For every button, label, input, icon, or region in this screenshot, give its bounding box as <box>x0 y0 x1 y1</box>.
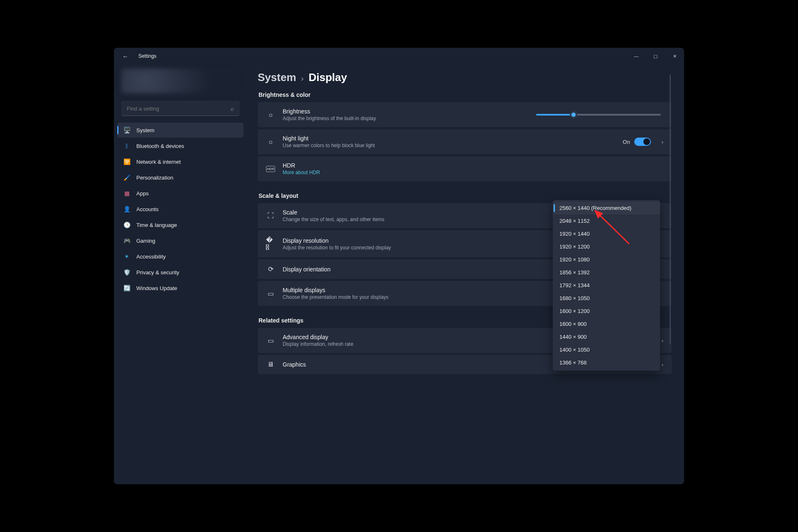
nav-label: Privacy & security <box>136 269 179 276</box>
section-scale-layout: Scale & layout <box>259 192 672 199</box>
nav-icon: 🛡️ <box>123 268 131 276</box>
resolution-icon: �〿 <box>266 236 275 251</box>
sidebar-item-system[interactable]: 🖥️System <box>117 123 244 138</box>
app-title: Settings <box>138 53 156 59</box>
resolution-option[interactable]: 1600 × 1200 <box>553 305 660 318</box>
night-light-toggle[interactable] <box>634 138 651 146</box>
night-light-card[interactable]: ☼ Night light Use warmer colors to help … <box>258 129 672 155</box>
graphics-icon: 🖥 <box>266 361 275 368</box>
nav-label: System <box>136 127 154 133</box>
nav-label: Network & internet <box>136 159 181 165</box>
chevron-right-icon[interactable]: › <box>658 139 663 145</box>
sidebar-item-privacy-security[interactable]: 🛡️Privacy & security <box>117 265 244 280</box>
maximize-button[interactable]: ▢ <box>646 49 665 63</box>
resolution-option[interactable]: 2048 × 1152 <box>553 214 660 227</box>
resolution-option[interactable]: 1400 × 1050 <box>553 343 660 356</box>
sidebar-item-network-internet[interactable]: 🛜Network & internet <box>117 154 244 169</box>
resolution-option[interactable]: 1792 × 1344 <box>553 279 660 292</box>
resolution-dropdown[interactable]: 2560 × 1440 (Recommended)2048 × 11521920… <box>553 200 660 371</box>
nav-icon: ✶ <box>123 253 131 260</box>
nav-icon: ᛒ <box>123 142 131 150</box>
night-light-icon: ☼ <box>266 138 275 145</box>
titlebar: ← Settings — ▢ ✕ <box>114 48 684 64</box>
hdr-icon: HDR <box>266 166 275 172</box>
resolution-option[interactable]: 1920 × 1440 <box>553 227 660 240</box>
resolution-option[interactable]: 1600 × 900 <box>553 318 660 330</box>
nav-label: Accessibility <box>136 254 166 260</box>
settings-window: ← Settings — ▢ ✕ ⌕ 🖥️SystemᛒBluetooth & … <box>114 48 684 484</box>
nav-label: Windows Update <box>136 285 177 291</box>
nav-list: 🖥️SystemᛒBluetooth & devices🛜Network & i… <box>117 123 244 296</box>
search-box[interactable]: ⌕ <box>121 101 239 116</box>
close-button[interactable]: ✕ <box>665 49 684 63</box>
brightness-slider[interactable] <box>536 114 661 116</box>
orientation-icon: ⟳ <box>266 265 275 273</box>
hdr-card[interactable]: HDR HDR More about HDR <box>258 156 672 182</box>
hdr-title: HDR <box>283 162 663 169</box>
nav-icon: ▦ <box>123 190 131 197</box>
resolution-option[interactable]: 1440 × 900 <box>553 330 660 343</box>
breadcrumb: System › Display <box>258 71 672 84</box>
nav-icon: 🖌️ <box>123 174 131 181</box>
sidebar-item-time-language[interactable]: 🕒Time & language <box>117 217 244 232</box>
hdr-link[interactable]: More about HDR <box>283 170 320 175</box>
brightness-subtitle: Adjust the brightness of the built-in di… <box>283 116 529 121</box>
resolution-option[interactable]: 1366 × 768 <box>553 356 660 369</box>
resolution-option[interactable]: 1680 × 1050 <box>553 292 660 305</box>
back-button[interactable]: ← <box>118 51 133 62</box>
sidebar-item-windows-update[interactable]: 🔄Windows Update <box>117 281 244 296</box>
search-icon: ⌕ <box>231 106 234 112</box>
sidebar-item-bluetooth-devices[interactable]: ᛒBluetooth & devices <box>117 138 244 153</box>
nav-label: Gaming <box>136 238 155 244</box>
slider-thumb[interactable] <box>570 111 577 118</box>
minimize-button[interactable]: — <box>627 49 646 63</box>
scrollbar[interactable] <box>670 74 671 345</box>
resolution-option[interactable]: 2560 × 1440 (Recommended) <box>553 202 660 214</box>
nav-icon: 🔄 <box>123 284 131 292</box>
breadcrumb-current: Display <box>309 71 347 84</box>
sidebar-item-gaming[interactable]: 🎮Gaming <box>117 233 244 248</box>
scale-icon: ⛶ <box>266 212 275 219</box>
profile-card[interactable] <box>121 69 239 94</box>
sidebar-item-personalization[interactable]: 🖌️Personalization <box>117 170 244 185</box>
nav-icon: 🕒 <box>123 221 131 229</box>
nav-icon: 👤 <box>123 205 131 213</box>
nav-label: Bluetooth & devices <box>136 143 184 149</box>
window-controls: — ▢ ✕ <box>627 49 684 63</box>
breadcrumb-parent[interactable]: System <box>258 71 296 84</box>
sidebar-item-accessibility[interactable]: ✶Accessibility <box>117 249 244 264</box>
advanced-display-icon: ▭ <box>266 337 275 345</box>
resolution-option[interactable]: 1856 × 1392 <box>553 266 660 279</box>
sidebar-item-apps[interactable]: ▦Apps <box>117 186 244 201</box>
nav-icon: 🖥️ <box>123 126 131 134</box>
nav-icon: 🎮 <box>123 237 131 244</box>
multiple-displays-icon: ▭ <box>266 290 275 298</box>
search-input[interactable] <box>127 106 231 112</box>
nav-icon: 🛜 <box>123 158 131 165</box>
nav-label: Time & language <box>136 222 177 228</box>
night-light-subtitle: Use warmer colors to help block blue lig… <box>283 143 615 148</box>
sidebar: ⌕ 🖥️SystemᛒBluetooth & devices🛜Network &… <box>114 64 247 484</box>
night-light-state: On <box>623 139 630 145</box>
chevron-right-icon: › <box>301 74 304 83</box>
brightness-title: Brightness <box>283 108 529 115</box>
brightness-card[interactable]: ☼ Brightness Adjust the brightness of th… <box>258 102 672 128</box>
nav-label: Personalization <box>136 175 173 181</box>
sidebar-item-accounts[interactable]: 👤Accounts <box>117 202 244 217</box>
resolution-option[interactable]: 1920 × 1080 <box>553 253 660 266</box>
night-light-title: Night light <box>283 135 615 142</box>
sun-icon: ☼ <box>266 111 275 118</box>
nav-label: Apps <box>136 190 149 197</box>
resolution-option[interactable]: 1920 × 1200 <box>553 240 660 253</box>
nav-label: Accounts <box>136 206 158 212</box>
main-pane: System › Display Brightness & color ☼ Br… <box>247 64 684 484</box>
section-brightness-color: Brightness & color <box>259 91 672 98</box>
